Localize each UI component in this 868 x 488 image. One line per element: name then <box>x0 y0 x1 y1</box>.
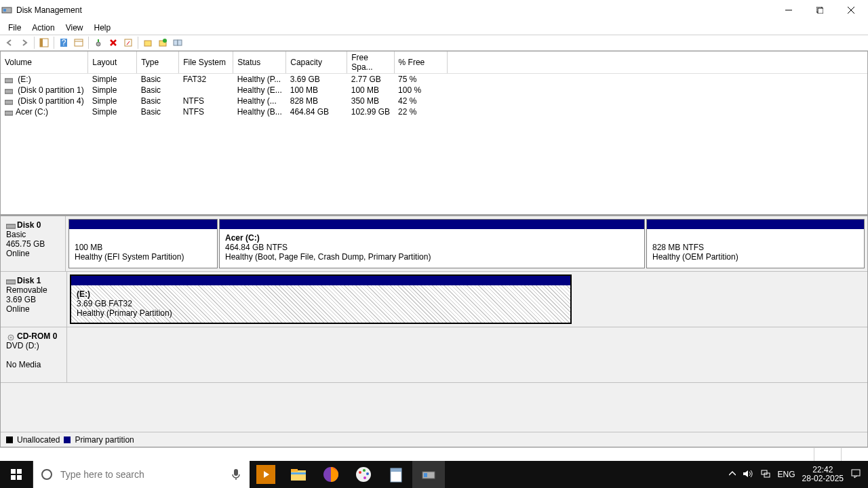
disk-row-cdrom[interactable]: CD-ROM 0 DVD (D:) No Media <box>1 327 867 383</box>
properties-button[interactable] <box>121 36 135 49</box>
col-type[interactable]: Type <box>137 52 179 74</box>
action-button-2[interactable] <box>156 36 170 49</box>
svg-rect-8 <box>40 39 43 47</box>
svg-rect-23 <box>5 111 13 115</box>
svg-rect-30 <box>11 475 16 480</box>
svg-point-41 <box>363 469 366 472</box>
search-input[interactable] <box>60 461 222 488</box>
menu-file[interactable]: File <box>3 22 26 34</box>
menu-action[interactable]: Action <box>26 22 60 34</box>
tray-overflow-icon[interactable] <box>729 470 736 479</box>
svg-point-13 <box>96 42 100 46</box>
legend-primary-swatch <box>64 436 71 443</box>
disk0-info: Disk 0 Basic 465.75 GB Online <box>1 216 66 271</box>
maximize-button[interactable] <box>804 0 835 20</box>
tray-volume-icon[interactable] <box>743 469 753 481</box>
col-free[interactable]: Free Spa... <box>347 52 394 74</box>
taskbar-app-explorer[interactable] <box>282 461 315 488</box>
menu-view[interactable]: View <box>60 22 89 34</box>
forward-button[interactable] <box>18 36 31 49</box>
table-row[interactable]: (Disk 0 partition 1)SimpleBasicHealthy (… <box>1 85 867 96</box>
system-tray: ENG 22:42 28-02-2025 <box>722 466 868 483</box>
taskbar-app-paint[interactable] <box>347 461 380 488</box>
taskbar-app-media[interactable] <box>250 461 282 488</box>
delete-button[interactable] <box>106 36 120 49</box>
window-title: Disk Management <box>16 5 773 15</box>
graphical-view: Disk 0 Basic 465.75 GB Online 100 MBHeal… <box>1 214 867 432</box>
volume-list[interactable]: Volume Layout Type File System Status Ca… <box>1 52 867 214</box>
svg-rect-33 <box>234 469 238 476</box>
svg-rect-20 <box>5 79 13 83</box>
menu-help[interactable]: Help <box>89 22 117 34</box>
taskbar-app-notepad[interactable] <box>380 461 412 488</box>
disk-icon <box>6 222 16 229</box>
disk1-partition-1[interactable]: (E:)3.69 GB FAT32Healthy (Primary Partit… <box>70 274 572 324</box>
col-status[interactable]: Status <box>233 52 286 74</box>
svg-rect-35 <box>291 470 306 481</box>
taskbar-apps <box>250 461 445 488</box>
legend: Unallocated Primary partition <box>1 432 867 447</box>
disk0-partition-2[interactable]: Acer (C:)464.84 GB NTFSHealthy (Boot, Pa… <box>219 219 645 268</box>
legend-unallocated-swatch <box>6 436 13 443</box>
col-volume[interactable]: Volume <box>1 52 88 74</box>
disk-icon <box>5 109 13 116</box>
disk-row-disk0[interactable]: Disk 0 Basic 465.75 GB Online 100 MBHeal… <box>1 216 867 272</box>
svg-rect-4 <box>818 8 823 14</box>
disk0-partition-1[interactable]: 100 MBHealthy (EFI System Partition) <box>68 219 218 268</box>
column-headers[interactable]: Volume Layout Type File System Status Ca… <box>1 52 867 74</box>
svg-rect-15 <box>144 41 151 46</box>
col-pct[interactable]: % Free <box>394 52 447 74</box>
cortana-icon <box>33 468 60 481</box>
start-button[interactable] <box>0 461 33 488</box>
disk-icon <box>5 87 13 94</box>
svg-point-43 <box>363 476 366 479</box>
table-row[interactable]: (E:)SimpleBasicFAT32Healthy (P...3.69 GB… <box>1 74 867 85</box>
col-layout[interactable]: Layout <box>88 52 137 74</box>
col-fs[interactable]: File System <box>179 52 233 74</box>
col-capacity[interactable]: Capacity <box>286 52 347 74</box>
svg-rect-45 <box>391 468 401 472</box>
tray-notifications-icon[interactable] <box>850 468 861 481</box>
disk1-info: Disk 1 Removable 3.69 GB Online <box>1 272 67 327</box>
tray-clock[interactable]: 22:42 28-02-2025 <box>802 466 844 483</box>
refresh-button[interactable] <box>72 36 85 49</box>
table-row[interactable]: Acer (C:)SimpleBasicNTFSHealthy (B...464… <box>1 106 867 117</box>
disk0-partition-3[interactable]: 828 MB NTFSHealthy (OEM Partition) <box>646 219 865 268</box>
minimize-button[interactable] <box>773 0 804 20</box>
show-hide-tree-button[interactable] <box>37 36 51 49</box>
legend-unallocated-label: Unallocated <box>17 435 60 445</box>
disk-row-disk1[interactable]: Disk 1 Removable 3.69 GB Online (E:)3.69… <box>1 272 867 327</box>
statusbar <box>0 447 868 461</box>
close-button[interactable] <box>835 0 867 20</box>
action-button-3[interactable] <box>171 36 184 49</box>
mic-icon[interactable] <box>222 468 250 481</box>
help-button[interactable]: ? <box>57 36 71 49</box>
search-box[interactable] <box>33 461 250 488</box>
svg-rect-25 <box>6 280 16 284</box>
main-content: Volume Layout Type File System Status Ca… <box>0 51 868 447</box>
svg-rect-21 <box>5 89 13 94</box>
tray-lang[interactable]: ENG <box>778 470 795 479</box>
svg-rect-22 <box>5 100 13 104</box>
svg-rect-1 <box>3 9 6 12</box>
taskbar: ENG 22:42 28-02-2025 <box>0 461 868 488</box>
svg-rect-28 <box>11 469 16 474</box>
svg-rect-37 <box>291 472 306 474</box>
taskbar-app-diskmgmt[interactable] <box>412 461 445 488</box>
svg-rect-18 <box>174 40 178 45</box>
disk-icon <box>6 278 16 285</box>
svg-rect-47 <box>424 473 427 477</box>
eject-button[interactable] <box>92 36 105 49</box>
back-button[interactable] <box>3 36 16 49</box>
svg-rect-31 <box>17 475 22 480</box>
taskbar-app-firefox[interactable] <box>315 461 347 488</box>
svg-text:?: ? <box>62 38 66 47</box>
svg-point-17 <box>163 39 167 43</box>
disk-icon <box>5 98 13 105</box>
app-icon <box>1 5 12 16</box>
action-button-1[interactable] <box>141 36 155 49</box>
table-row[interactable]: (Disk 0 partition 4)SimpleBasicNTFSHealt… <box>1 96 867 106</box>
tray-network-icon[interactable] <box>760 469 771 481</box>
titlebar: Disk Management <box>0 0 868 20</box>
cdrom-icon <box>6 333 16 340</box>
